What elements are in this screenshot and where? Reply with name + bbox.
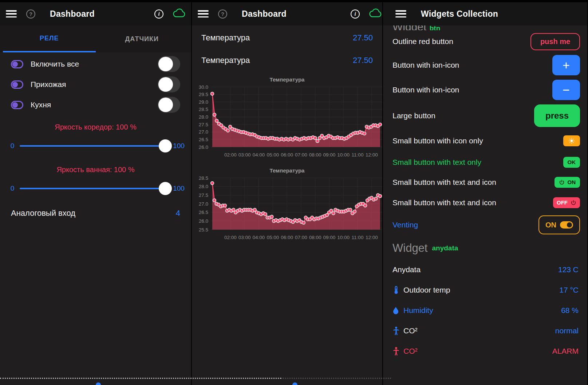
temperature-label: Температура [201,56,250,65]
relay-icon [11,101,23,109]
widget-row-minus: Button with ion-icon − [383,78,587,102]
svg-text:07:00: 07:00 [295,235,307,240]
switch-row-label: Кухня [31,100,158,109]
push-me-button[interactable]: push me [530,33,580,50]
switch-row-hallway: Прихожая [0,74,191,95]
power-icon [559,179,565,185]
toggle-all-switch[interactable] [158,56,180,72]
droplet-icon [392,306,403,315]
tab-sensors[interactable]: ДАТЧИКИ [96,25,189,52]
panel-widgets-collection: Widgets Collection Widget btn Outline re… [382,0,587,385]
page-title: Dashboard [50,9,95,19]
toggle-on-icon [560,221,573,229]
svg-text:25.5: 25.5 [199,227,208,233]
page-title: Widgets Collection [421,9,498,19]
switch-row-all: Включить все [0,54,191,74]
panel-sensors-dashboard: ? Dashboard i Температура 27.50 Температ… [191,0,382,385]
widget-row-off: Small button with text and icon OFF [383,192,587,213]
svg-text:09:00: 09:00 [323,235,336,240]
ok-button[interactable]: OK [563,157,580,168]
chart-title: Температура [192,167,382,174]
anydata-value: 123 C [558,265,579,274]
svg-text:30.0: 30.0 [199,84,208,90]
data-row-co2-alarm: CO² ALARM [383,341,587,361]
on-button[interactable]: ON [555,177,580,188]
relay-icon [11,60,23,68]
svg-text:02:00: 02:00 [224,152,237,158]
widget-row-on: Small button with text and icon ON [383,172,587,192]
divider-dotted [0,378,281,379]
co2-status-value: normal [555,326,579,335]
svg-text:03:00: 03:00 [238,152,251,158]
svg-text:09:00: 09:00 [323,152,336,158]
temperature-value: 27.50 [353,56,373,65]
slider-corridor-track[interactable] [20,145,171,147]
header: Widgets Collection [383,0,587,25]
minus-button[interactable]: − [552,80,580,100]
svg-text:03:00: 03:00 [238,235,251,240]
slider-max-label: 100 [171,142,186,150]
svg-text:10:00: 10:00 [337,152,350,158]
humidity-value: 68 % [561,306,579,315]
outdoor-temp-value: 17 °C [559,286,579,294]
off-button[interactable]: OFF [553,197,580,208]
page-title: Dashboard [242,9,287,19]
svg-text:04:00: 04:00 [253,235,265,240]
svg-text:12:00: 12:00 [366,152,378,158]
tab-relay[interactable]: РЕЛЕ [3,25,96,52]
svg-text:27.5: 27.5 [199,192,208,198]
person-icon [392,347,403,356]
slider-corridor-thumb[interactable] [159,139,172,152]
slider-min-label: 0 [5,184,20,192]
data-row-anydata: Anydata 123 C [383,259,587,280]
sun-button[interactable] [563,135,580,146]
person-icon [392,326,403,336]
svg-text:29.5: 29.5 [199,92,208,97]
help-icon[interactable]: ? [218,9,227,19]
menu-icon[interactable] [198,10,209,17]
svg-text:02:00: 02:00 [224,235,237,240]
press-button[interactable]: press [534,104,580,127]
temperature-row: Температура 27.50 [192,50,382,71]
slider-bath-track[interactable] [20,188,171,189]
svg-text:28.5: 28.5 [199,107,208,112]
switch-row-kitchen: Кухня [0,95,191,115]
svg-text:28.5: 28.5 [199,175,208,181]
svg-text:04:00: 04:00 [253,152,265,158]
cloud-icon[interactable] [369,8,382,19]
analog-input-value: 4 [176,209,180,218]
svg-text:29.0: 29.0 [199,99,208,105]
svg-text:11:00: 11:00 [352,235,364,240]
slider-bath-thumb[interactable] [159,182,172,195]
app: ? Dashboard i РЕЛЕ ДАТЧИКИ Включить все … [0,0,588,385]
power-icon [571,200,576,206]
widget-row-venting: Venting ON [383,213,587,237]
plus-button[interactable]: + [552,55,580,75]
chart-canvas: 02:0003:0004:0005:0006:0007:0008:0009:00… [194,175,382,242]
menu-icon[interactable] [395,10,406,17]
cloud-icon[interactable] [173,8,185,19]
help-icon[interactable]: ? [26,9,35,19]
analog-input-row: Аналоговый вход 4 [0,203,191,223]
svg-text:06:00: 06:00 [281,235,293,240]
slider-caption-bath: Яркость ванная: 100 % [0,166,191,174]
svg-text:26.0: 26.0 [199,144,208,150]
svg-text:27.5: 27.5 [199,122,208,127]
temperature-value: 27.50 [353,33,373,43]
toggle-kitchen-switch[interactable] [158,97,180,113]
menu-icon[interactable] [6,10,17,17]
info-icon[interactable]: i [154,9,163,19]
temperature-chart-1: 02:0003:0004:0005:0006:0007:0008:0009:00… [192,84,382,159]
temperature-label: Температура [201,33,250,43]
svg-text:27.0: 27.0 [199,201,208,207]
slider-bath: 0 100 [0,174,191,203]
toggle-hallway-switch[interactable] [158,76,180,92]
info-icon[interactable]: i [351,9,360,19]
data-row-humidity: Humidity 68 % [383,300,587,321]
svg-text:12:00: 12:00 [366,235,378,240]
temperature-row: Температура 27.50 [192,28,382,48]
widget-row-text-only: Small button with text only OK [383,152,587,172]
venting-toggle-button[interactable]: ON [538,215,580,234]
switch-row-label: Прихожая [31,80,158,89]
svg-text:08:00: 08:00 [309,152,321,158]
